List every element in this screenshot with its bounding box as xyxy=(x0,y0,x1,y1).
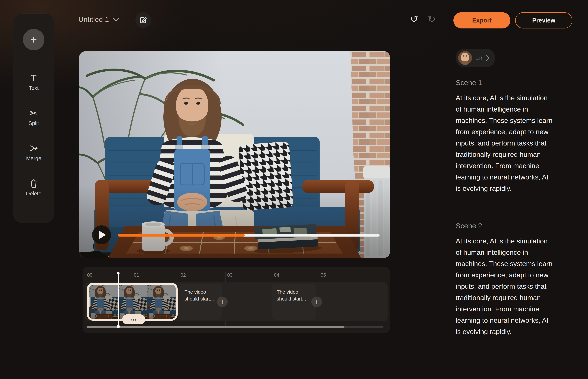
avatar xyxy=(458,51,472,65)
scene-text-line[interactable]: of human intelligence in xyxy=(456,104,580,115)
scene-text-line[interactable]: At its core, AI is the simulation xyxy=(456,92,580,104)
sidebar-item-delete[interactable]: Delete xyxy=(26,179,41,197)
scene-text-line[interactable]: traditionally required human xyxy=(456,149,580,160)
text-clip-caption: The video should start... xyxy=(184,289,217,302)
playback-progress-bar[interactable] xyxy=(118,234,380,237)
text-clip-1[interactable]: The video should start... xyxy=(179,284,222,320)
scene-text-line[interactable]: intervention. From machine xyxy=(456,160,580,172)
video-frame-image xyxy=(79,51,390,258)
undo-button[interactable]: ↺ xyxy=(410,14,418,24)
clip-thumbnail xyxy=(147,284,176,319)
ruler-tick-01: 01 xyxy=(134,272,139,278)
scene-text-line[interactable]: machines. These systems learn xyxy=(456,258,580,269)
ruler-tick-05: 05 xyxy=(321,272,326,278)
scene-text-line[interactable]: inputs, and perform tasks that xyxy=(456,281,580,292)
playback-progress-fill xyxy=(118,234,245,237)
clip-thumbnails xyxy=(89,284,176,319)
edit-pencil-icon xyxy=(139,16,147,24)
scene-text-line[interactable]: from experience, adapt to new xyxy=(456,126,580,138)
sidebar-item-text[interactable]: T Text xyxy=(29,73,39,91)
scene-text-line[interactable]: learning to neural networks, AI xyxy=(456,315,580,326)
clip-thumbnail xyxy=(89,284,118,319)
scene-text-line[interactable]: inputs, and perform tasks that xyxy=(456,138,580,149)
timeline-scrollbar[interactable] xyxy=(86,326,384,328)
language-label: En xyxy=(475,55,482,61)
text-tool-icon: T xyxy=(31,73,37,83)
export-button[interactable]: Export xyxy=(453,12,510,29)
project-title-group[interactable]: Untitled 1 xyxy=(78,15,119,24)
scene-1-block: Scene 1 At its core, AI is the simulatio… xyxy=(456,78,580,194)
chevron-down-icon[interactable] xyxy=(113,17,119,21)
sidebar-item-merge[interactable]: Merge xyxy=(26,143,41,161)
scene-text-line[interactable]: is evolving rapidly. xyxy=(456,326,580,337)
scene-text-line[interactable]: traditionally required human xyxy=(456,292,580,303)
ruler-tick-00: 00 xyxy=(87,272,92,278)
project-title[interactable]: Untitled 1 xyxy=(78,15,109,24)
merge-icon xyxy=(29,143,39,153)
sidebar-item-label: Delete xyxy=(26,190,41,197)
ruler-tick-04: 04 xyxy=(274,272,279,278)
scene-text-line[interactable]: intervention. From machine xyxy=(456,303,580,315)
redo-button[interactable]: ↻ xyxy=(427,14,436,24)
sidebar-item-label: Text xyxy=(29,85,39,91)
scene-text-line[interactable]: is evolving rapidly. xyxy=(456,183,580,194)
timeline-playhead[interactable] xyxy=(118,273,119,327)
clip-thumbnail xyxy=(118,284,147,319)
scene-text-line[interactable]: learning to neural networks, AI xyxy=(456,172,580,183)
rename-button[interactable] xyxy=(135,12,151,28)
play-button[interactable] xyxy=(92,225,111,244)
scene-2-block: Scene 2 At its core, AI is the simulatio… xyxy=(456,221,580,337)
chevron-right-icon xyxy=(486,55,490,61)
add-clip-button-1[interactable]: + xyxy=(217,297,228,307)
timeline-scrollbar-thumb[interactable] xyxy=(86,326,344,328)
add-media-button[interactable]: + xyxy=(23,29,44,50)
sidebar-item-label: Merge xyxy=(26,155,41,161)
timeline-panel: 00 01 02 03 04 05 ••• The video sh xyxy=(82,267,390,333)
scene-text-line[interactable]: At its core, AI is the simulation xyxy=(456,236,580,247)
panel-divider xyxy=(423,0,423,379)
scene-title: Scene 1 xyxy=(456,78,580,87)
play-icon xyxy=(99,231,106,239)
scene-text-line[interactable]: from experience, adapt to new xyxy=(456,269,580,281)
ellipsis-icon: ••• xyxy=(130,318,137,322)
text-clip-caption: The video should start... xyxy=(277,289,310,302)
ruler-tick-03: 03 xyxy=(227,272,232,278)
video-preview[interactable] xyxy=(79,51,390,258)
language-selector[interactable]: En xyxy=(456,49,495,67)
ruler-tick-02: 02 xyxy=(180,272,186,278)
add-clip-button-2[interactable]: + xyxy=(311,297,322,307)
sidebar-item-label: Split xyxy=(29,120,39,126)
scissors-icon: ✂ xyxy=(30,108,37,118)
clip-options-button[interactable]: ••• xyxy=(122,314,145,324)
scene-title: Scene 2 xyxy=(456,221,580,230)
trash-icon xyxy=(29,179,38,188)
preview-button[interactable]: Preview xyxy=(515,12,572,29)
tool-sidebar: + T Text ✂ Split Merge Delete xyxy=(13,14,54,223)
scene-text-line[interactable]: of human intelligence in xyxy=(456,247,580,258)
sidebar-item-split[interactable]: ✂ Split xyxy=(29,108,39,126)
clip-trim-handle-left[interactable] xyxy=(89,297,91,307)
text-clip-2[interactable]: The video should start... xyxy=(272,284,316,320)
scene-text-line[interactable]: machines. These systems learn xyxy=(456,115,580,126)
